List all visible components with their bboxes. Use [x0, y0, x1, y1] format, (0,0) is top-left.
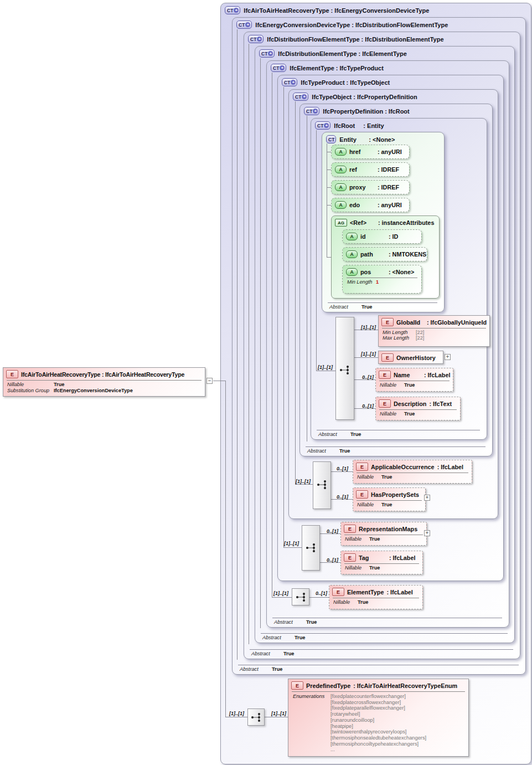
- complextype-icon: CT+: [259, 49, 275, 58]
- element-box-predefinedtype[interactable]: EPredefinedType: IfcAirToAirHeatRecovery…: [288, 679, 469, 757]
- complextype-icon: CT+: [271, 64, 286, 72]
- complextype-icon: CT+: [236, 20, 252, 29]
- connector-line: [316, 371, 335, 371]
- expand-button-representationmaps[interactable]: +: [424, 530, 430, 536]
- derived-plus-icon: +: [234, 8, 239, 13]
- cardinality-label: 0..[1]: [337, 494, 348, 500]
- element-icon: E: [344, 553, 356, 562]
- enum-value: [fixedplatecounterflowexchanger]: [330, 694, 426, 700]
- attribute-box-edo[interactable]: Aedo: anyURI: [331, 198, 410, 212]
- enum-value: ...: [330, 747, 426, 753]
- element-box-ownerhistory[interactable]: EOwnerHistory: [378, 351, 443, 364]
- element-icon: E: [356, 490, 368, 499]
- element-facets: NillableTrue: [341, 535, 426, 544]
- element-box-elementtype[interactable]: EElementType: IfcLabel NillableTrue: [329, 585, 423, 609]
- type-header: CT+ IfcDistributionElementType: IfcEleme…: [259, 49, 407, 58]
- type-header: CT+ IfcTypeObject: IfcPropertyDefinition: [293, 93, 417, 101]
- connector-line: [354, 357, 378, 358]
- attribute-box-id[interactable]: Aid: ID: [342, 229, 422, 244]
- element-icon: E: [344, 525, 356, 533]
- complextype-icon: CT: [326, 135, 336, 143]
- connector-line: [331, 471, 353, 472]
- attribute-icon: A: [335, 166, 347, 173]
- attribute-facets: Min Length1: [343, 278, 421, 287]
- abstract-facet: AbstractTrue: [261, 633, 508, 640]
- sequence-connector-ifctypeobject[interactable]: [313, 461, 331, 509]
- derived-plus-icon: +: [257, 37, 262, 42]
- attribute-box-href[interactable]: Ahref: anyURI: [331, 145, 410, 159]
- element-icon: E: [381, 353, 394, 362]
- abstract-facet: AbstractTrue: [272, 618, 502, 625]
- element-box-haspropertysets[interactable]: EHasPropertySets NillableTrue: [353, 487, 426, 511]
- element-facets: Min Length[22] Max Length[22]: [379, 328, 489, 342]
- connector-line: [316, 130, 317, 371]
- type-header: CT+ IfcElementType: IfcTypeProduct: [271, 64, 384, 72]
- element-box-globalid[interactable]: EGlobalId: IfcGloballyUniqueId Min Lengt…: [378, 315, 490, 347]
- connector-line: [272, 73, 272, 597]
- connector-line: [283, 87, 284, 547]
- sequence-icon: [295, 591, 307, 603]
- connector-line: [309, 597, 329, 598]
- type-header: CT+ IfcDistributionFlowElementType: IfcD…: [248, 35, 444, 43]
- connector-line: [225, 717, 247, 717]
- collapse-handle[interactable]: −: [206, 378, 213, 384]
- sequence-connector-predefinedtype[interactable]: [247, 708, 265, 726]
- type-header: CT+ IfcPropertyDefinition: IfcRoot: [304, 107, 410, 115]
- attribute-icon: A: [346, 233, 358, 240]
- attribute-icon: A: [346, 268, 358, 276]
- abstract-facet: AbstractTrue: [238, 665, 519, 672]
- element-icon: E: [332, 588, 344, 596]
- connector-line: [327, 170, 331, 170]
- derived-plus-icon: +: [324, 123, 329, 128]
- cardinality-label: [1]..[1]: [273, 591, 288, 596]
- attribute-box-path[interactable]: Apath: NMTOKENS: [342, 247, 427, 261]
- enum-value: [runaroundcoilloop]: [330, 717, 426, 723]
- connector-line: [307, 116, 307, 441]
- sequence-connector-ifctypeproduct[interactable]: [302, 525, 320, 571]
- enum-value: [twintowerenthalpyrecoveryloops]: [330, 729, 426, 735]
- sequence-icon: [250, 711, 262, 723]
- element-box-ifcairtoairheatrecoverytype[interactable]: E IfcAirToAirHeatRecoveryType : IfcAirTo…: [3, 367, 205, 397]
- enumeration-facets: Enumerations [fixedplatecounterflowexcha…: [288, 692, 468, 754]
- type-header: CT Entity: <None>: [326, 135, 395, 143]
- attribute-box-ref[interactable]: Aref: IDREF: [331, 162, 410, 177]
- element-box-name[interactable]: EName: IfcLabel NillableTrue: [375, 368, 453, 392]
- element-box-description[interactable]: EDescription: IfcText NillableTrue: [375, 397, 461, 420]
- expand-button-ownerhistory[interactable]: +: [445, 354, 451, 360]
- derived-plus-icon: +: [268, 51, 273, 56]
- sequence-icon: [339, 364, 351, 376]
- connector-line: [327, 205, 331, 206]
- attribute-box-proxy[interactable]: Aproxy: IDREF: [331, 180, 410, 194]
- element-facets: NillableTrue: [376, 410, 460, 419]
- cardinality-label: 0..[1]: [362, 403, 374, 409]
- expand-button-haspropertysets[interactable]: +: [424, 495, 430, 501]
- element-icon: E: [356, 463, 368, 471]
- cardinality-label: [1]..[1]: [296, 479, 311, 484]
- complextype-icon: CT+: [225, 6, 240, 14]
- derived-plus-icon: +: [245, 22, 250, 27]
- enum-value: [rotarywheel]: [330, 711, 426, 717]
- connector-line: [225, 381, 226, 717]
- cardinality-label: 0..[1]: [327, 557, 338, 563]
- connector-line: [260, 58, 261, 628]
- element-box-applicableoccurrence[interactable]: EApplicableOccurrence: IfcLabel Nillable…: [353, 460, 472, 484]
- sequence-connector-ifcelementtype[interactable]: [292, 588, 309, 605]
- attribute-icon: A: [346, 250, 358, 258]
- enum-value: [fixedplatecrossflowexchanger]: [330, 700, 426, 706]
- element-box-representationmaps[interactable]: ERepresentationMaps NillableTrue: [340, 522, 427, 546]
- attribute-icon: A: [335, 183, 347, 191]
- attribute-box-pos[interactable]: Apos: <None> Min Length1: [342, 265, 422, 294]
- cardinality-label: [1]..[1]: [284, 541, 299, 546]
- type-header: CT+ IfcAirToAirHeatRecoveryType: IfcEner…: [225, 6, 429, 14]
- sequence-icon: [305, 542, 317, 554]
- enum-value: [heatpipe]: [330, 723, 426, 730]
- element-facets: NillableTrue Substitution GroupIfcEnergy…: [3, 381, 205, 396]
- sequence-icon: [316, 479, 328, 491]
- sequence-connector-ifcroot[interactable]: [335, 317, 354, 420]
- abstract-facet: AbstractTrue: [306, 446, 485, 454]
- element-box-tag[interactable]: ETag: IfcLabel NillableTrue: [340, 551, 423, 574]
- abstract-facet: AbstractTrue: [317, 430, 480, 437]
- type-header: CT+ IfcEnergyConversionDeviceType: IfcDi…: [236, 20, 448, 29]
- derived-plus-icon: +: [291, 80, 296, 85]
- complextype-icon: CT+: [304, 107, 319, 115]
